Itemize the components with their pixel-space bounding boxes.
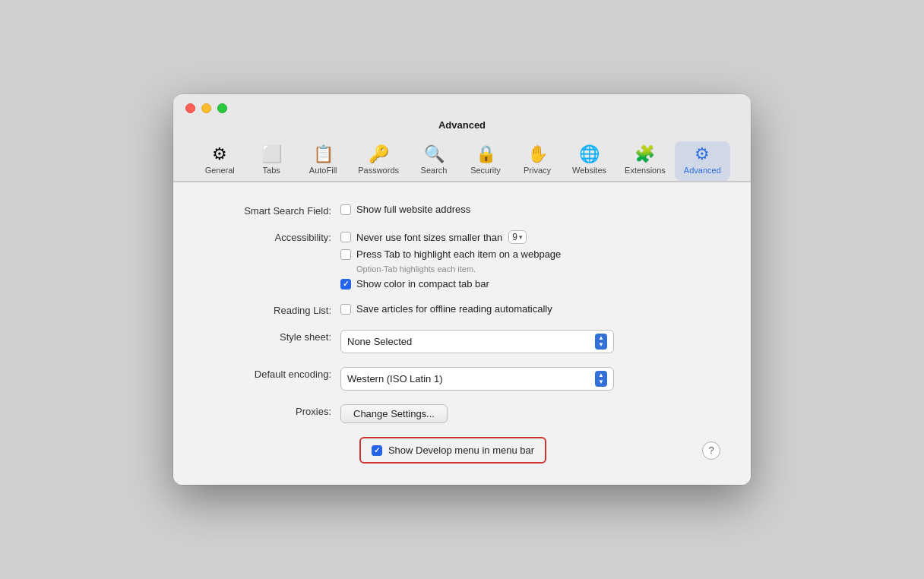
window-title: Advanced — [438, 119, 486, 131]
save-articles-checkbox[interactable] — [340, 304, 351, 315]
develop-menu-wrap[interactable]: Show Develop menu in menu bar — [359, 437, 546, 464]
tab-websites[interactable]: 🌐 Websites — [563, 141, 615, 181]
security-icon: 🔒 — [476, 146, 496, 163]
press-tab-checkbox[interactable] — [340, 249, 351, 260]
extensions-icon: 🧩 — [634, 146, 655, 163]
preferences-window: Advanced ⚙ General ⬜ Tabs 📋 AutoFill 🔑 P… — [173, 94, 751, 485]
tab-general-label: General — [205, 166, 235, 175]
font-size-value: 9 — [512, 232, 517, 242]
never-use-font-label: Never use font sizes smaller than — [356, 232, 502, 243]
smart-search-row: Smart Search Field: Show full website ad… — [204, 204, 720, 217]
save-articles-wrap[interactable]: Save articles for offline reading automa… — [340, 303, 552, 315]
change-settings-button[interactable]: Change Settings... — [340, 404, 448, 423]
tab-passwords-label: Passwords — [358, 166, 399, 175]
close-button[interactable] — [185, 103, 195, 113]
develop-menu-section: Show Develop menu in menu bar ? — [204, 437, 720, 464]
content-area: Smart Search Field: Show full website ad… — [173, 182, 751, 485]
tab-general[interactable]: ⚙ General — [194, 141, 245, 181]
tab-tabs[interactable]: ⬜ Tabs — [245, 141, 297, 181]
tab-security[interactable]: 🔒 Security — [460, 141, 511, 181]
style-sheet-arrows[interactable]: ▲ ▼ — [595, 334, 607, 350]
develop-menu-checkbox[interactable] — [372, 445, 382, 456]
default-encoding-arrows[interactable]: ▲ ▼ — [595, 371, 607, 387]
show-full-address-checkbox[interactable] — [340, 204, 351, 215]
help-icon: ? — [708, 445, 714, 456]
autofill-icon: 📋 — [313, 146, 334, 163]
tab-privacy[interactable]: ✋ Privacy — [511, 141, 563, 181]
font-size-dropdown[interactable]: 9 ▾ — [508, 230, 527, 244]
title-bar: Advanced ⚙ General ⬜ Tabs 📋 AutoFill 🔑 P… — [173, 94, 751, 182]
tab-security-label: Security — [470, 166, 501, 175]
proxies-controls: Change Settings... — [340, 404, 448, 423]
style-sheet-label: Style sheet: — [204, 330, 340, 343]
accessibility-row: Accessibility: Never use font sizes smal… — [204, 230, 720, 290]
style-sheet-row: Style sheet: None Selected ▲ ▼ — [204, 330, 720, 353]
toolbar: ⚙ General ⬜ Tabs 📋 AutoFill 🔑 Passwords … — [194, 138, 730, 181]
help-button[interactable]: ? — [702, 441, 720, 460]
tab-autofill-label: AutoFill — [309, 166, 337, 175]
arrow-down-icon: ▼ — [598, 342, 604, 348]
tab-search[interactable]: 🔍 Search — [408, 141, 460, 181]
tab-search-label: Search — [421, 166, 448, 175]
press-tab-wrap[interactable]: Press Tab to highlight each item on a we… — [340, 248, 561, 260]
passwords-icon: 🔑 — [369, 146, 389, 163]
tab-tabs-label: Tabs — [263, 166, 280, 175]
never-use-font-checkbox[interactable] — [340, 232, 351, 242]
never-use-font-wrap[interactable]: Never use font sizes smaller than — [340, 232, 502, 243]
privacy-icon: ✋ — [527, 146, 548, 163]
tab-extensions-label: Extensions — [625, 166, 666, 175]
tab-autofill[interactable]: 📋 AutoFill — [297, 141, 349, 181]
default-encoding-label: Default encoding: — [204, 367, 340, 380]
show-color-label: Show color in compact tab bar — [356, 278, 489, 290]
tabs-icon: ⬜ — [261, 146, 282, 163]
maximize-button[interactable] — [217, 103, 227, 113]
tab-advanced[interactable]: ⚙ Advanced — [675, 141, 730, 181]
show-color-checkbox[interactable] — [340, 279, 351, 290]
develop-menu-label: Show Develop menu in menu bar — [388, 445, 534, 456]
minimize-button[interactable] — [201, 103, 211, 113]
reading-list-controls: Save articles for offline reading automa… — [340, 303, 552, 315]
press-tab-label: Press Tab to highlight each item on a we… — [356, 248, 561, 260]
tab-extensions[interactable]: 🧩 Extensions — [615, 141, 675, 181]
traffic-lights — [185, 103, 227, 113]
encoding-arrow-down-icon: ▼ — [598, 379, 604, 385]
style-sheet-controls: None Selected ▲ ▼ — [340, 330, 614, 353]
font-size-row: Never use font sizes smaller than 9 ▾ — [340, 230, 561, 244]
accessibility-hint: Option-Tab highlights each item. — [356, 264, 561, 274]
reading-list-label: Reading List: — [204, 303, 340, 316]
accessibility-label: Accessibility: — [204, 230, 340, 243]
search-icon: 🔍 — [424, 146, 445, 163]
save-articles-label: Save articles for offline reading automa… — [356, 303, 552, 315]
default-encoding-row: Default encoding: Western (ISO Latin 1) … — [204, 367, 720, 391]
show-full-address-label: Show full website address — [356, 204, 470, 215]
accessibility-controls: Never use font sizes smaller than 9 ▾ Pr… — [340, 230, 561, 290]
smart-search-label: Smart Search Field: — [204, 204, 340, 217]
show-full-address-wrap[interactable]: Show full website address — [340, 204, 470, 215]
arrow-up-icon: ▲ — [598, 335, 604, 341]
style-sheet-value: None Selected — [347, 336, 412, 347]
default-encoding-select[interactable]: Western (ISO Latin 1) ▲ ▼ — [340, 367, 614, 391]
show-color-wrap[interactable]: Show color in compact tab bar — [340, 278, 561, 290]
default-encoding-controls: Western (ISO Latin 1) ▲ ▼ — [340, 367, 614, 391]
proxies-row: Proxies: Change Settings... — [204, 404, 720, 423]
tab-websites-label: Websites — [572, 166, 606, 175]
tab-passwords[interactable]: 🔑 Passwords — [349, 141, 408, 181]
proxies-label: Proxies: — [204, 404, 340, 417]
general-icon: ⚙ — [212, 146, 227, 163]
tab-privacy-label: Privacy — [524, 166, 551, 175]
style-sheet-select[interactable]: None Selected ▲ ▼ — [340, 330, 614, 353]
websites-icon: 🌐 — [579, 146, 600, 163]
reading-list-row: Reading List: Save articles for offline … — [204, 303, 720, 316]
default-encoding-value: Western (ISO Latin 1) — [347, 373, 442, 384]
font-size-chevron: ▾ — [519, 233, 523, 241]
smart-search-controls: Show full website address — [340, 204, 470, 215]
encoding-arrow-up-icon: ▲ — [598, 372, 604, 378]
tab-advanced-label: Advanced — [684, 166, 721, 175]
advanced-icon: ⚙ — [695, 146, 710, 163]
